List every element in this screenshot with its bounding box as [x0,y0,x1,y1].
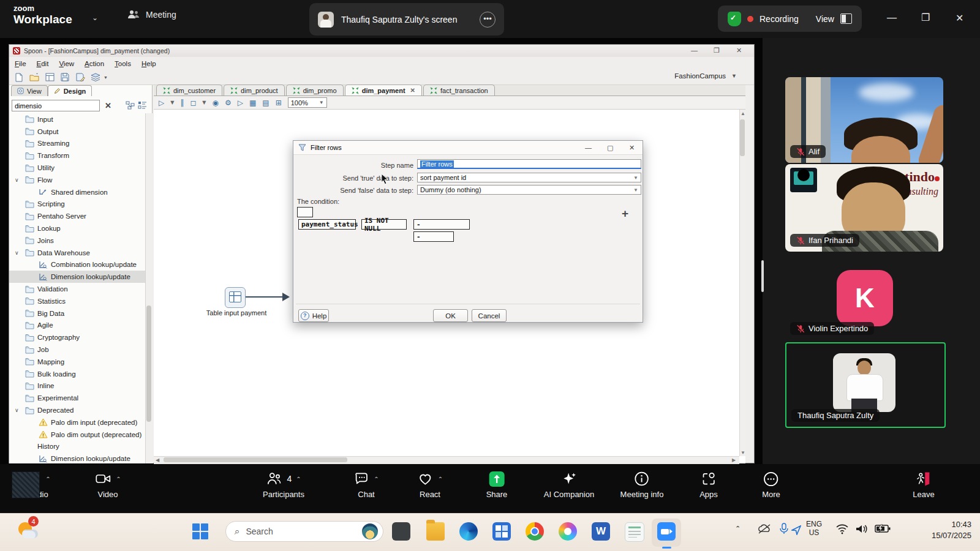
menu-view[interactable]: View [59,60,74,67]
scroll-right-icon[interactable]: ▶ [732,457,736,463]
layers-icon[interactable] [91,72,100,82]
debug-icon[interactable]: ⚙ [225,99,232,107]
control-video[interactable]: ⌃Video [94,470,121,499]
chevron-down-icon[interactable]: ⌄ [92,13,98,22]
tree-item-experimental[interactable]: Experimental [9,392,145,404]
wifi-icon[interactable] [835,523,849,534]
file-explorer-icon[interactable] [426,522,445,541]
sidebar-scroll-indicator[interactable] [761,260,764,292]
weather-widget[interactable]: 4 [17,519,42,543]
impact-icon[interactable]: ▤ [262,99,269,107]
tree-item-pentaho-server[interactable]: Pentaho Server [9,210,145,222]
chrome-browser-icon[interactable] [526,522,544,541]
close-button[interactable]: ✕ [956,12,963,24]
stop-options-icon[interactable]: ▼ [202,100,206,105]
preview-icon[interactable]: ◉ [213,99,219,107]
condition-field-box[interactable]: payment_status [298,219,356,230]
condition-value-box[interactable]: - [413,219,470,230]
mic-tray-icon[interactable] [779,523,789,535]
participant-tile-1[interactable]: Alif [785,77,943,163]
scroll-down-icon[interactable]: ▼ [741,450,745,455]
chevron-up-icon[interactable]: ⌃ [45,476,50,482]
tree-item-cryptography[interactable]: Cryptography [9,331,145,343]
tree-item-transform[interactable]: Transform [9,149,145,162]
repository-selector[interactable]: FashionCampus ▼ [674,72,737,80]
canvas-hscroll-thumb[interactable] [164,457,347,462]
open-file-icon[interactable] [29,72,39,82]
security-shield-icon[interactable] [728,12,741,26]
menu-action[interactable]: Action [85,60,104,67]
tab-screen-share[interactable]: Thaufiq Saputra Zulty's screen ••• [309,3,504,36]
condition-function-box[interactable]: IS NOT NULL [361,219,407,230]
control-chat[interactable]: ⌃Chat [353,470,379,499]
tree-item-palo-dim-input-deprecated-[interactable]: Palo dim input (deprecated) [9,416,145,429]
transformation-tab-dim_customer[interactable]: dim_customer [156,84,222,96]
tree-item-scripting[interactable]: Scripting [9,198,145,211]
spoon-close-button[interactable]: ✕ [736,47,742,54]
chevron-down-icon[interactable]: ▼ [104,75,108,80]
spoon-minimize-button[interactable]: — [691,47,698,54]
tree-item-job[interactable]: Job [9,343,145,356]
help-button[interactable]: ? Help [298,309,329,322]
tree-item-big-data[interactable]: Big Data [9,307,145,320]
tree-item-data-warehouse[interactable]: ∨Data Warehouse [9,247,145,259]
pause-icon[interactable]: ‖ [180,99,184,107]
scroll-up-icon[interactable]: ▲ [741,111,745,116]
control-react[interactable]: ⌃React [417,470,443,499]
list-toggle-icon[interactable] [138,101,147,110]
chevron-up-icon[interactable]: ⌃ [116,476,121,482]
microsoft-store-icon[interactable] [492,522,511,541]
condition-negate-box[interactable] [297,207,313,217]
control-ai-companion[interactable]: AI Companion [544,470,594,499]
table-input-step-icon[interactable] [225,287,246,308]
connections-icon[interactable] [126,101,135,110]
run-options-icon[interactable]: ▼ [170,100,174,105]
menu-tools[interactable]: Tools [115,60,131,67]
dialog-maximize-button[interactable]: ▢ [607,144,613,152]
chevron-up-icon[interactable]: ⌃ [438,476,443,482]
tree-item-input[interactable]: Input [9,113,145,126]
language-indicator[interactable]: ENG US [806,520,822,538]
control-apps[interactable]: Apps [699,470,718,499]
tree-item-flow[interactable]: ∨Flow [9,174,145,186]
tree-scrollbar-thumb[interactable] [146,305,151,422]
tree-item-dimension-lookup-update[interactable]: Dimension lookup/update [9,452,145,463]
transformation-tab-fact_transaction[interactable]: fact_transaction [423,84,495,96]
taskbar-search[interactable]: ⌕ Search [225,521,383,542]
save-icon[interactable] [60,72,70,82]
participant-tile-3[interactable]: KViolin Expertindo [785,259,943,340]
restore-button[interactable]: ❐ [921,12,930,23]
tree-item-lookup[interactable]: Lookup [9,222,145,234]
chevron-up-icon[interactable]: ⌃ [296,476,301,482]
tree-item-utility[interactable]: Utility [9,162,145,174]
tray-chevron-icon[interactable]: ⌃ [735,525,741,533]
participant-tile-active-speaker[interactable]: Thaufiq Saputra Zulty [785,342,946,428]
replay-icon[interactable]: ▷ [238,99,243,107]
control-participants[interactable]: 4⌃Participants [263,470,304,499]
add-condition-button[interactable]: + [622,207,628,220]
clock[interactable]: 10:43 15/07/2025 [932,519,971,541]
new-file-icon[interactable] [14,72,24,82]
zoom-app-icon[interactable] [657,522,676,541]
close-tab-icon[interactable]: ✕ [410,87,415,94]
tree-item-mapping[interactable]: Mapping [9,356,145,368]
layout-view-icon[interactable] [840,13,852,24]
canvas-vscroll-thumb[interactable] [740,119,745,156]
photos-app-icon[interactable] [559,522,577,541]
battery-icon[interactable] [875,524,891,533]
tree-item-shared-dimension[interactable]: Shared dimension [9,186,145,198]
tab-design[interactable]: Design [48,85,92,96]
condition-value-box-2[interactable]: - [413,231,454,242]
location-icon[interactable] [791,525,801,535]
send-true-combo[interactable]: sort payment id ▼ [417,173,641,182]
canvas-vertical-scrollbar[interactable] [739,110,746,456]
edge-browser-icon[interactable] [459,522,478,541]
explore-repository-icon[interactable] [45,72,55,82]
view-button-label[interactable]: View [816,14,834,24]
menu-edit[interactable]: Edit [37,60,49,67]
tree-item-combination-lookup-update[interactable]: Combination lookup/update [9,259,145,271]
tree-item-statistics[interactable]: Statistics [9,295,145,307]
start-button[interactable] [192,523,208,539]
tree-item-dimension-lookup-update[interactable]: Dimension lookup/update [9,271,145,283]
control-share[interactable]: Share [486,470,508,499]
